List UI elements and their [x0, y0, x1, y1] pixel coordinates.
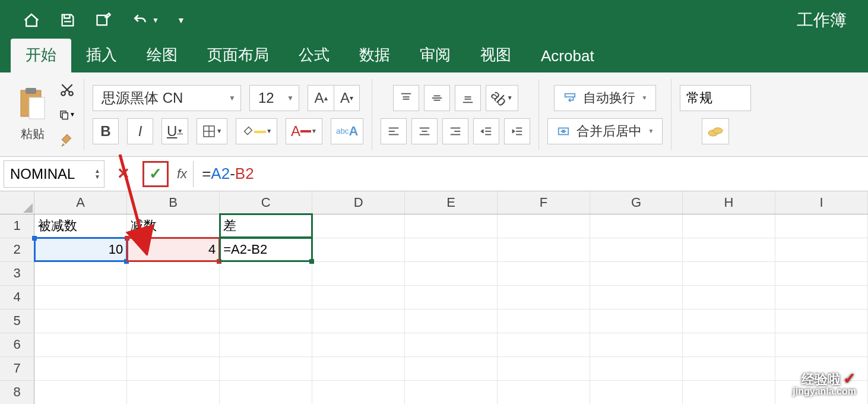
currency-button[interactable]	[702, 118, 729, 144]
align-left-button[interactable]	[381, 118, 407, 144]
cell-e1[interactable]	[405, 214, 498, 238]
row-head-7[interactable]: 7	[0, 356, 34, 380]
align-center-button[interactable]	[411, 118, 438, 144]
formula-bar: NOMINAL ▲▼ ✕ ✓ fx =A2-B2	[0, 157, 868, 191]
font-color-button[interactable]: A ▼	[286, 118, 322, 144]
copy-icon[interactable]: ▼	[59, 106, 75, 123]
cell-b2[interactable]: 4	[127, 238, 220, 261]
col-head-d[interactable]: D	[312, 191, 405, 214]
cell-g1[interactable]	[590, 214, 683, 238]
col-head-i[interactable]: I	[775, 191, 867, 214]
undo-icon[interactable]: ▼	[131, 12, 159, 28]
format-painter-icon[interactable]	[59, 131, 75, 148]
row-head-6[interactable]: 6	[0, 333, 34, 356]
home-icon[interactable]	[21, 11, 42, 29]
paste-icon[interactable]	[17, 87, 48, 121]
font-name-combo[interactable]: 思源黑体 CN ▼	[93, 85, 241, 111]
phonetic-button[interactable]: abcA	[331, 118, 363, 144]
decrease-font-button[interactable]: A▾	[334, 85, 360, 111]
font-name-value: 思源黑体 CN	[102, 89, 183, 108]
name-box[interactable]: NOMINAL ▲▼	[4, 160, 104, 188]
wrap-merge-group: 自动换行 ▼ 合并后居中 ▼	[539, 79, 671, 150]
decrease-indent-button[interactable]	[473, 118, 499, 144]
col-head-f[interactable]: F	[498, 191, 590, 214]
align-top-button[interactable]	[393, 85, 419, 111]
orientation-button[interactable]: ab ▼	[486, 85, 518, 111]
cell-d2[interactable]	[312, 238, 405, 261]
col-head-g[interactable]: G	[590, 191, 683, 214]
font-size-combo[interactable]: 12 ▼	[249, 85, 299, 111]
merge-center-button[interactable]: 合并后居中 ▼	[547, 118, 663, 144]
cell-f1[interactable]	[498, 214, 590, 238]
wrap-text-button[interactable]: 自动换行 ▼	[554, 85, 656, 111]
fx-icon[interactable]: fx	[177, 161, 194, 187]
number-group: 常规	[671, 79, 759, 150]
row-head-1[interactable]: 1	[0, 214, 34, 238]
col-head-e[interactable]: E	[405, 191, 498, 214]
align-right-button[interactable]	[442, 118, 468, 144]
cancel-formula-button[interactable]: ✕	[110, 161, 137, 187]
italic-button[interactable]: I	[127, 118, 153, 144]
confirm-formula-button[interactable]: ✓	[142, 161, 169, 187]
align-bottom-button[interactable]	[455, 85, 481, 111]
tab-draw[interactable]: 绘图	[132, 39, 192, 72]
cell-e2[interactable]	[405, 238, 498, 261]
titlebar: ▼ ▼ 工作簿	[0, 0, 868, 40]
cell-h2[interactable]	[682, 238, 775, 261]
watermark: 经验啦 ✓ jingyanla.com	[793, 373, 856, 397]
cell-g2[interactable]	[590, 238, 683, 261]
ribbon: 粘贴 ▼ 思源黑体 CN ▼ 12 ▼ A▴ A▾ B I U	[0, 72, 868, 157]
row-head-2[interactable]: 2	[0, 238, 34, 261]
ribbon-tabs: 开始 插入 绘图 页面布局 公式 数据 审阅 视图 Acrobat	[0, 40, 868, 72]
cell-a2[interactable]: 10	[34, 238, 127, 261]
align-middle-button[interactable]	[424, 85, 450, 111]
cell-a1[interactable]: 被减数	[34, 214, 127, 238]
font-group: 思源黑体 CN ▼ 12 ▼ A▴ A▾ B I U ▼ ▼ ▼ A ▼ abc…	[84, 79, 372, 150]
spreadsheet-grid: A B C D E F G H I 1 被减数 减数 差 2 10 4 =A2-…	[0, 191, 868, 404]
tab-home[interactable]: 开始	[11, 39, 71, 72]
underline-button[interactable]: U ▼	[161, 118, 188, 144]
tab-review[interactable]: 审阅	[405, 39, 465, 72]
row-head-4[interactable]: 4	[0, 285, 34, 309]
row-head-8[interactable]: 8	[0, 380, 34, 404]
number-format-combo[interactable]: 常规	[680, 85, 751, 111]
formula-input[interactable]: =A2-B2	[194, 165, 868, 184]
cell-i1[interactable]	[775, 214, 867, 238]
clipboard-group: 粘贴 ▼	[9, 79, 84, 150]
cell-d1[interactable]	[312, 214, 405, 238]
select-all-corner[interactable]	[0, 191, 34, 214]
cut-icon[interactable]	[59, 81, 75, 98]
fill-color-button[interactable]: ▼	[236, 118, 277, 144]
tab-page-layout[interactable]: 页面布局	[192, 39, 284, 72]
edit-icon[interactable]	[94, 12, 113, 29]
increase-indent-button[interactable]	[504, 118, 530, 144]
col-head-b[interactable]: B	[127, 191, 220, 214]
tab-data[interactable]: 数据	[344, 39, 405, 72]
bold-button[interactable]: B	[93, 118, 119, 144]
svg-rect-35	[565, 93, 575, 97]
cell-f2[interactable]	[498, 238, 590, 261]
customize-qat-icon[interactable]: ▼	[177, 15, 185, 25]
save-icon[interactable]	[59, 12, 76, 29]
alignment-group: ab ▼	[372, 79, 539, 150]
name-box-stepper[interactable]: ▲▼	[94, 168, 100, 180]
cell-i2[interactable]	[775, 238, 867, 261]
col-head-h[interactable]: H	[682, 191, 775, 214]
cell-c1[interactable]: 差	[220, 214, 312, 238]
tab-acrobat[interactable]: Acrobat	[526, 41, 609, 72]
svg-rect-3	[29, 97, 45, 119]
row-head-3[interactable]: 3	[0, 261, 34, 285]
tab-insert[interactable]: 插入	[71, 39, 132, 72]
cell-b1[interactable]: 减数	[127, 214, 220, 238]
borders-button[interactable]: ▼	[197, 118, 227, 144]
row-head-5[interactable]: 5	[0, 309, 34, 333]
col-head-c[interactable]: C	[220, 191, 312, 214]
tab-formulas[interactable]: 公式	[284, 39, 344, 72]
increase-font-button[interactable]: A▴	[308, 85, 334, 111]
tab-view[interactable]: 视图	[465, 39, 526, 72]
document-title: 工作簿	[797, 9, 847, 31]
cell-h1[interactable]	[682, 214, 775, 238]
col-head-a[interactable]: A	[34, 191, 127, 214]
cell-c2[interactable]: =A2-B2	[220, 238, 312, 261]
svg-point-38	[713, 128, 723, 134]
